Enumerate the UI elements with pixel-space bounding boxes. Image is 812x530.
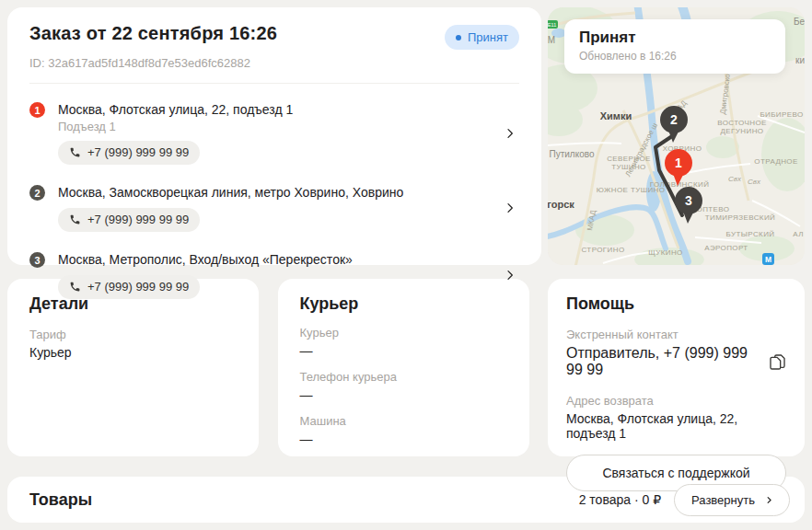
- phone-icon: [69, 213, 81, 225]
- chevron-right-icon[interactable]: [503, 126, 517, 141]
- svg-text:СЕВЕРНОЕ: СЕВЕРНОЕ: [607, 155, 651, 163]
- status-dot-icon: [456, 35, 461, 40]
- status-badge-label: Принят: [468, 30, 508, 44]
- map-status-card: Принят Обновлено в 16:26: [564, 19, 785, 74]
- phone-chip-label: +7 (999) 999 99 99: [87, 145, 189, 159]
- courier-name-value: —: [300, 343, 507, 358]
- point-address: Москва, Флотская улица, 22, подъезд 1: [58, 101, 492, 118]
- svg-text:Свх: Свх: [748, 178, 761, 186]
- point-number-2: 2: [29, 185, 45, 201]
- status-badge: Принят: [445, 25, 519, 50]
- phone-chip[interactable]: +7 (999) 999 99 99: [58, 275, 200, 299]
- point-number-1: 1: [29, 102, 45, 118]
- point-note: Подъезд 1: [58, 120, 492, 133]
- svg-text:БИБИРЕВО: БИБИРЕВО: [760, 110, 803, 119]
- svg-text:Путилково: Путилково: [550, 149, 595, 159]
- svg-text:3: 3: [685, 193, 692, 208]
- expand-items-button[interactable]: Развернуть: [674, 484, 790, 516]
- phone-icon: [69, 281, 81, 293]
- svg-text:БУТЫРСКИЙ: БУТЫРСКИЙ: [726, 230, 775, 238]
- items-summary: 2 товара · 0 ₽: [579, 492, 661, 507]
- help-card: Помощь Экстренный контакт Отправитель, +…: [548, 279, 805, 456]
- svg-text:Химки: Химки: [600, 110, 632, 121]
- emergency-contact-label: Экстренный контакт: [566, 328, 786, 341]
- svg-text:1: 1: [675, 156, 682, 170]
- order-summary-card: Заказ от 22 сентября 16:26 Принят ID: 32…: [7, 7, 541, 265]
- copy-contact-button[interactable]: [769, 353, 786, 371]
- phone-chip-label: +7 (999) 999 99 99: [87, 280, 189, 294]
- route-point-row-2[interactable]: 2 Москва, Замоскворецкая линия, метро Хо…: [29, 184, 519, 232]
- svg-text:ЩУКИНО: ЩУКИНО: [648, 248, 682, 257]
- svg-text:М: М: [548, 35, 555, 45]
- svg-text:АЭРОПОРТ: АЭРОПОРТ: [704, 244, 748, 252]
- svg-text:ДЕГУНИНО: ДЕГУНИНО: [721, 127, 764, 135]
- svg-text:ОТРАДНОЕ: ОТРАДНОЕ: [754, 157, 797, 166]
- order-title: Заказ от 22 сентября 16:26: [29, 23, 277, 44]
- divider: [29, 83, 519, 84]
- svg-text:Свх: Свх: [728, 175, 742, 183]
- map-status-updated: Обновлено в 16:26: [579, 50, 771, 63]
- svg-text:горск: горск: [548, 199, 574, 210]
- tariff-label: Тариф: [29, 328, 237, 341]
- courier-card: Курьер Курьер — Телефон курьера — Машина…: [278, 279, 529, 456]
- return-address-value: Москва, Флотская улица, 22, подъезд 1: [566, 411, 786, 441]
- help-title: Помощь: [566, 294, 786, 314]
- road-sign-icon: Е11: [548, 20, 558, 29]
- svg-text:М: М: [765, 255, 771, 264]
- tariff-value: Курьер: [29, 345, 237, 360]
- order-page: Заказ от 22 сентября 16:26 Принят ID: 32…: [0, 0, 812, 530]
- phone-chip[interactable]: +7 (999) 999 99 99: [58, 141, 200, 165]
- phone-chip[interactable]: +7 (999) 999 99 99: [58, 208, 200, 232]
- svg-text:СТРОГИНО: СТРОГИНО: [581, 246, 624, 254]
- order-id: ID: 32a617ad5fd148df8d7e53ed6fc62882: [29, 56, 519, 70]
- items-bar: Товары 2 товара · 0 ₽ Развернуть: [7, 477, 805, 523]
- courier-car-label: Машина: [300, 414, 507, 428]
- courier-phone-value: —: [300, 387, 507, 402]
- route-point-row-3[interactable]: 3 Москва, Метрополис, Вход/выход «Перекр…: [29, 251, 519, 299]
- point-number-3: 3: [29, 252, 45, 268]
- route-point-row-1[interactable]: 1 Москва, Флотская улица, 22, подъезд 1 …: [29, 101, 519, 165]
- delivery-map[interactable]: Е11 М ХимкигорскПутилковоБекиМСЕВЕРНОЕТУ…: [548, 7, 805, 265]
- svg-text:ВОСТОЧНОЕ: ВОСТОЧНОЕ: [717, 119, 767, 127]
- metro-icon: М: [762, 253, 774, 265]
- svg-text:АЛ: АЛ: [793, 230, 804, 238]
- svg-text:Е11: Е11: [548, 22, 556, 28]
- phone-icon: [69, 146, 81, 158]
- chevron-right-icon[interactable]: [503, 268, 517, 282]
- phone-chip-label: +7 (999) 999 99 99: [87, 213, 189, 226]
- copy-icon: [769, 353, 786, 371]
- chevron-right-icon[interactable]: [503, 201, 517, 215]
- courier-phone-label: Телефон курьера: [300, 370, 507, 384]
- emergency-contact-value: Отправитель, +7 (999) 999 99 99: [566, 345, 760, 378]
- chevron-right-icon: [764, 495, 774, 505]
- svg-text:ки: ки: [795, 55, 805, 65]
- svg-text:Бе: Бе: [794, 17, 805, 27]
- details-card: Детали Тариф Курьер: [7, 279, 259, 456]
- items-title: Товары: [29, 490, 92, 510]
- return-address-label: Адрес возврата: [566, 394, 786, 408]
- point-address: Москва, Замоскворецкая линия, метро Ховр…: [58, 184, 492, 201]
- point-address: Москва, Метрополис, Вход/выход «Перекрес…: [58, 251, 492, 268]
- courier-car-value: —: [300, 432, 507, 446]
- expand-button-label: Развернуть: [691, 493, 755, 507]
- svg-text:ТИМИРЯЗЕВСКИЙ: ТИМИРЯЗЕВСКИЙ: [705, 213, 775, 222]
- svg-text:2: 2: [670, 112, 678, 127]
- map-status-title: Принят: [579, 29, 771, 47]
- courier-name-label: Курьер: [300, 326, 507, 340]
